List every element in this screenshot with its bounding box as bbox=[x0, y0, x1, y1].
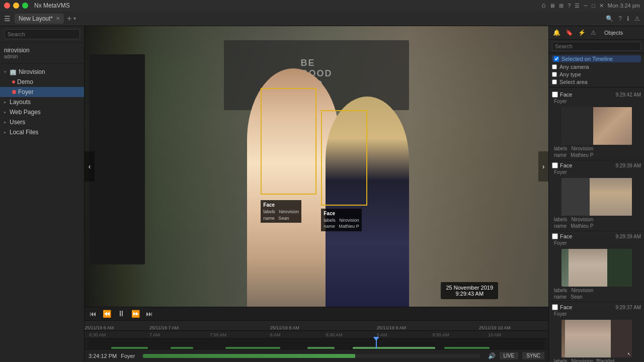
display-area bbox=[89, 54, 145, 265]
user-role: admin bbox=[4, 54, 80, 59]
tree-label: Nirovision bbox=[19, 68, 45, 75]
username: nirovision bbox=[4, 47, 80, 54]
timeline-track[interactable]: 25/11/19 6 AM 25/11/19 7 AM 25/11/19 8 A… bbox=[85, 321, 548, 349]
close-tab-icon[interactable]: ✕ bbox=[56, 16, 60, 21]
det-location-1: Foyer bbox=[552, 99, 641, 104]
filter-selected-checkbox[interactable] bbox=[554, 56, 559, 61]
content-area: BEGOODBAD Face labels Nirovision name Se… bbox=[85, 26, 548, 362]
minimize-button[interactable] bbox=[13, 3, 19, 9]
next-button[interactable]: ⏩ bbox=[130, 310, 141, 318]
alert-icon[interactable]: ⚠ bbox=[590, 28, 597, 37]
thumb-bg-1 bbox=[561, 107, 593, 145]
menu-icon[interactable]: ☰ bbox=[575, 3, 580, 9]
tree-item-localfiles[interactable]: ▸ Local Files bbox=[0, 127, 84, 137]
panel-title: Objects bbox=[604, 30, 623, 36]
det-checkbox-1[interactable] bbox=[552, 92, 558, 98]
bookmarks-icon[interactable]: 🔖 bbox=[565, 28, 574, 37]
tree-item-demo[interactable]: Demo bbox=[0, 77, 84, 87]
tree-item-layouts[interactable]: ▸ Layouts bbox=[0, 97, 84, 107]
timeline-cursor[interactable] bbox=[376, 339, 377, 349]
det-thumb-1 bbox=[561, 107, 632, 145]
face-label-sean: Face labels Nirovision name Sean bbox=[261, 200, 301, 223]
active-tab[interactable]: New Layout* ✕ bbox=[15, 14, 64, 24]
filter-bar: Selected on Timeline Any camera Any type… bbox=[549, 53, 644, 87]
event-bar-4 bbox=[307, 347, 335, 349]
window-min-icon[interactable]: ─ bbox=[584, 3, 588, 9]
info-icon[interactable]: ℹ bbox=[627, 15, 629, 22]
notifications-icon[interactable]: 🔔 bbox=[552, 28, 561, 37]
filter-any-type[interactable]: Any type bbox=[552, 71, 641, 77]
filter-camera-checkbox[interactable] bbox=[552, 64, 557, 69]
volume-icon[interactable]: 🔊 bbox=[488, 352, 496, 359]
panel-search bbox=[549, 40, 644, 53]
thumb-bg-2 bbox=[561, 178, 590, 216]
hamburger-icon[interactable]: ☰ bbox=[4, 15, 11, 23]
timeline-events[interactable] bbox=[89, 339, 544, 349]
filter-area-checkbox[interactable] bbox=[552, 79, 557, 84]
tree-label-users: Users bbox=[10, 119, 25, 126]
video-area[interactable]: BEGOODBAD Face labels Nirovision name Se… bbox=[85, 26, 548, 307]
detection-item-4[interactable]: Face 9:29:37 AM Foyer ↖ labels Nirovisio… bbox=[549, 302, 644, 362]
expand-icon: ▾ bbox=[4, 69, 7, 74]
warning-icon[interactable]: ⚠ bbox=[634, 15, 640, 22]
det-header-3: Face 9:29:39 AM bbox=[552, 233, 641, 239]
tree-item-users[interactable]: ▸ Users bbox=[0, 117, 84, 127]
camera-dot bbox=[12, 80, 15, 83]
folder-icon: 🏢 bbox=[10, 69, 17, 75]
det-checkbox-3[interactable] bbox=[552, 233, 558, 239]
det-name-2: name Mathieu P bbox=[552, 223, 641, 229]
window-close-icon[interactable]: ✕ bbox=[599, 3, 604, 9]
tree-label-foyer: Foyer bbox=[18, 88, 34, 96]
prev-button[interactable]: ⏪ bbox=[102, 310, 112, 318]
cursor-head bbox=[373, 337, 379, 341]
close-button[interactable] bbox=[4, 3, 10, 9]
face-box-sean bbox=[261, 88, 316, 195]
maximize-button[interactable] bbox=[22, 3, 28, 9]
face-name-mathieu: name Mathieu P bbox=[324, 223, 359, 230]
sidebar-search-input[interactable] bbox=[4, 29, 80, 39]
forward-button[interactable]: ⏭ bbox=[145, 310, 154, 318]
filter-selected-timeline[interactable]: Selected on Timeline bbox=[552, 55, 641, 62]
tree-item-nirovision[interactable]: ▾ 🏢 Nirovision bbox=[0, 67, 84, 77]
tab-dropdown-icon[interactable]: ▾ bbox=[73, 16, 76, 21]
det-checkbox-4[interactable] bbox=[552, 304, 558, 310]
video-nav-right[interactable]: › bbox=[538, 151, 548, 182]
event-bar-1 bbox=[111, 347, 147, 349]
tree-label-layouts: Layouts bbox=[10, 99, 31, 106]
help-icon[interactable]: ? bbox=[568, 3, 571, 9]
detection-list[interactable]: Face 9:29:42 AM Foyer labels Nirovision … bbox=[549, 87, 644, 362]
detection-item-3[interactable]: Face 9:29:39 AM Foyer labels Nirovision … bbox=[549, 231, 644, 302]
search-icon[interactable]: 🔍 bbox=[606, 15, 613, 22]
video-nav-left[interactable]: ‹ bbox=[85, 151, 95, 182]
window-max-icon[interactable]: □ bbox=[592, 3, 595, 9]
tick-label-2: 25/11/19 7 AM bbox=[149, 325, 179, 330]
det-type-2: Face bbox=[552, 162, 572, 168]
filter-selected-label: Selected on Timeline bbox=[561, 56, 613, 62]
tree-item-foyer[interactable]: Foyer bbox=[0, 87, 84, 97]
expand-icon-localfiles: ▸ bbox=[4, 130, 7, 135]
detection-item-2[interactable]: Face 9:29:39 AM Foyer labels Nirovision … bbox=[549, 160, 644, 231]
pause-button[interactable]: ⏸ bbox=[116, 309, 126, 318]
panel-search-input[interactable] bbox=[552, 42, 641, 51]
status-bar: 3:24:12 PM Foyer 🔊 LIVE SYNC bbox=[85, 349, 548, 362]
tree-item-webpages[interactable]: ▸ Web Pages bbox=[0, 107, 84, 117]
tabbar: ☰ New Layout* ✕ + ▾ 🔍 ? ℹ ⚠ bbox=[0, 11, 644, 26]
sync-button[interactable]: SYNC bbox=[522, 352, 544, 359]
filter-type-checkbox[interactable] bbox=[552, 72, 557, 77]
det-type-label-3: Face bbox=[560, 233, 572, 239]
det-name-3: name Sean bbox=[552, 294, 641, 300]
subt-7: 9:50 AM bbox=[433, 332, 449, 337]
help-tab-icon[interactable]: ? bbox=[618, 15, 622, 22]
rewind-button[interactable]: ⏮ bbox=[89, 310, 98, 318]
motion-icon[interactable]: ⚡ bbox=[577, 28, 587, 37]
add-tab-button[interactable]: + bbox=[67, 14, 71, 23]
filter-camera-label: Any camera bbox=[559, 64, 589, 70]
filter-select-area[interactable]: Select area bbox=[552, 79, 641, 85]
det-type-label-4: Face bbox=[560, 304, 572, 310]
filter-any-camera[interactable]: Any camera bbox=[552, 64, 641, 70]
det-checkbox-2[interactable] bbox=[552, 162, 558, 168]
thumb-face-2 bbox=[586, 178, 632, 216]
screen-icon: ⎙ bbox=[542, 3, 545, 9]
live-button[interactable]: LIVE bbox=[500, 352, 519, 359]
detection-item-1[interactable]: Face 9:29:42 AM Foyer labels Nirovision … bbox=[549, 89, 644, 160]
